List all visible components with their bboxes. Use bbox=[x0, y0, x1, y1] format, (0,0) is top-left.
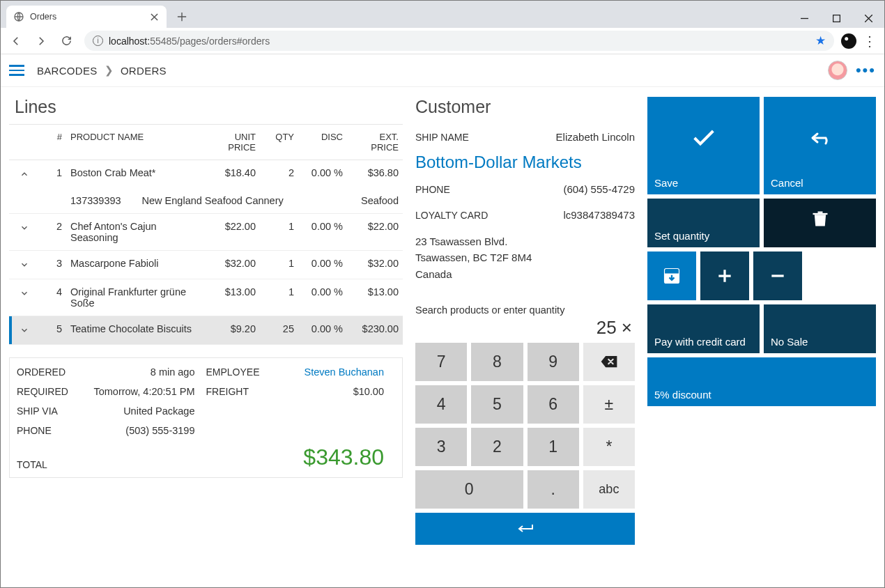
svg-rect-3 bbox=[665, 269, 679, 274]
ordered-value: 8 min ago bbox=[151, 366, 195, 378]
undo-icon bbox=[806, 127, 834, 149]
table-row[interactable]: 1Boston Crab Meat*$18.4020.00 %$36.80 bbox=[9, 160, 403, 189]
browser-tab[interactable]: Orders bbox=[6, 6, 167, 28]
shipname-value: Elizabeth Lincoln bbox=[556, 131, 635, 143]
product-code: 137339393 bbox=[70, 195, 121, 206]
col-ext[interactable]: EXT. PRICE bbox=[347, 125, 403, 160]
profile-avatar-button[interactable] bbox=[841, 33, 856, 49]
ordered-label: ORDERED bbox=[17, 366, 66, 378]
customer-company-link[interactable]: Bottom-Dollar Markets bbox=[415, 153, 635, 172]
browser-window: Orders i localhost:55485/pages/orders#or… bbox=[0, 0, 885, 588]
product-category: Seafood bbox=[347, 188, 403, 214]
key-9[interactable]: 9 bbox=[528, 343, 579, 381]
window-close-button[interactable] bbox=[852, 8, 884, 28]
discount-tile[interactable]: 5% discount bbox=[647, 357, 876, 406]
key-3[interactable]: 3 bbox=[415, 428, 467, 466]
globe-icon bbox=[13, 11, 24, 22]
window-minimize-button[interactable] bbox=[788, 8, 820, 28]
set-quantity-tile[interactable]: Set quantity bbox=[647, 199, 760, 247]
key-5[interactable]: 5 bbox=[471, 385, 523, 424]
plus-icon bbox=[716, 267, 734, 285]
col-name[interactable]: PRODUCT NAME bbox=[66, 125, 211, 160]
bookmark-star-icon[interactable]: ★ bbox=[815, 33, 826, 48]
key-abc[interactable]: abc bbox=[583, 470, 635, 509]
chevron-down-icon[interactable] bbox=[17, 221, 31, 235]
plus-tile[interactable] bbox=[700, 252, 749, 300]
archive-tile[interactable] bbox=[647, 252, 696, 300]
pay-credit-card-tile[interactable]: Pay with credit card bbox=[647, 304, 760, 353]
nav-forward-button[interactable] bbox=[30, 30, 52, 52]
key-1[interactable]: 1 bbox=[528, 428, 579, 466]
shipvia-label: SHIP VIA bbox=[17, 405, 58, 417]
chevron-down-icon[interactable] bbox=[17, 286, 31, 300]
key-8[interactable]: 8 bbox=[471, 343, 523, 381]
customer-address: 23 Tsawassen Blvd. Tsawassen, BC T2F 8M4… bbox=[415, 233, 635, 282]
menu-hamburger-button[interactable] bbox=[9, 65, 26, 76]
required-value: Tomorrow, 4:20:51 PM bbox=[93, 386, 194, 397]
address-bar[interactable]: i localhost:55485/pages/orders#orders ★ bbox=[84, 31, 834, 51]
key-2[interactable]: 2 bbox=[471, 428, 523, 466]
key-4[interactable]: 4 bbox=[415, 385, 467, 424]
lines-table: # PRODUCT NAME UNIT PRICE QTY DISC EXT. … bbox=[9, 124, 403, 345]
chevron-down-icon[interactable] bbox=[17, 258, 31, 272]
product-supplier: New England Seafood Cannery bbox=[142, 195, 284, 206]
customer-title: Customer bbox=[415, 97, 635, 117]
key-multiply[interactable]: * bbox=[583, 428, 635, 466]
search-display[interactable]: 25 × bbox=[415, 316, 635, 343]
delete-tile[interactable] bbox=[764, 199, 876, 247]
employee-link[interactable]: Steven Buchanan bbox=[305, 366, 384, 378]
browser-toolbar: i localhost:55485/pages/orders#orders ★ … bbox=[1, 28, 884, 54]
actions-panel: Save Cancel Set quantity bbox=[647, 97, 876, 580]
total-value: $343.80 bbox=[303, 444, 384, 470]
table-row[interactable]: 3Mascarpone Fabioli$32.0010.00 %$32.00 bbox=[9, 251, 403, 279]
key-6[interactable]: 6 bbox=[528, 385, 579, 424]
window-maximize-button[interactable] bbox=[820, 8, 852, 28]
cust-phone-value: (604) 555-4729 bbox=[563, 183, 635, 195]
key-dot[interactable]: . bbox=[528, 470, 579, 509]
key-0[interactable]: 0 bbox=[415, 470, 523, 509]
tab-title: Orders bbox=[30, 12, 143, 22]
key-plusminus[interactable]: ± bbox=[583, 385, 635, 424]
table-row[interactable]: 4Original Frankfurter grüne Soße$13.0010… bbox=[9, 279, 403, 316]
window-titlebar: Orders bbox=[1, 1, 884, 28]
search-label: Search products or enter quantity bbox=[415, 304, 635, 316]
col-disc[interactable]: DISC bbox=[298, 125, 347, 160]
key-7[interactable]: 7 bbox=[415, 343, 467, 381]
new-tab-button[interactable] bbox=[172, 7, 192, 26]
save-tile[interactable]: Save bbox=[647, 97, 760, 194]
breadcrumb: BARCODES ❯ ORDERS bbox=[37, 64, 167, 77]
chevron-down-icon[interactable] bbox=[17, 323, 31, 337]
chevron-up-icon[interactable] bbox=[17, 167, 31, 181]
check-icon bbox=[690, 124, 718, 152]
minus-icon bbox=[769, 267, 787, 285]
loyalty-label: LOYALTY CARD bbox=[415, 210, 488, 221]
nav-back-button[interactable] bbox=[5, 30, 27, 52]
col-unit[interactable]: UNIT PRICE bbox=[211, 125, 260, 160]
app-header: BARCODES ❯ ORDERS ••• bbox=[1, 54, 884, 87]
key-enter[interactable] bbox=[415, 513, 635, 545]
tab-close-icon[interactable] bbox=[148, 11, 160, 22]
order-summary: ORDERED8 min ago EMPLOYEESteven Buchanan… bbox=[9, 357, 403, 478]
loyalty-value: lc93847389473 bbox=[563, 209, 635, 221]
employee-label: EMPLOYEE bbox=[206, 366, 260, 378]
table-row[interactable]: 5Teatime Chocolate Biscuits$9.20250.00 %… bbox=[9, 316, 403, 345]
table-row[interactable]: 2Chef Anton's Cajun Seasoning$22.0010.00… bbox=[9, 214, 403, 251]
cancel-tile[interactable]: Cancel bbox=[764, 97, 876, 194]
site-info-icon[interactable]: i bbox=[93, 36, 103, 46]
url-text: localhost:55485/pages/orders#orders bbox=[109, 36, 270, 47]
header-more-button[interactable]: ••• bbox=[856, 61, 876, 79]
breadcrumb-orders[interactable]: ORDERS bbox=[121, 65, 167, 77]
nav-reload-button[interactable] bbox=[55, 30, 77, 52]
col-num[interactable]: # bbox=[40, 125, 66, 160]
minus-tile[interactable] bbox=[753, 252, 802, 300]
col-qty[interactable]: QTY bbox=[260, 125, 298, 160]
breadcrumb-barcodes[interactable]: BARCODES bbox=[37, 65, 98, 77]
user-avatar[interactable] bbox=[828, 61, 847, 80]
key-backspace[interactable] bbox=[583, 343, 635, 381]
lines-panel: Lines # PRODUCT NAME UNIT PRICE QTY DISC… bbox=[9, 97, 403, 580]
browser-menu-button[interactable]: ⋮ bbox=[859, 33, 880, 49]
no-sale-tile[interactable]: No Sale bbox=[764, 304, 876, 353]
svg-rect-1 bbox=[833, 15, 840, 22]
archive-down-icon bbox=[662, 266, 682, 286]
phone-value: (503) 555-3199 bbox=[125, 425, 194, 436]
